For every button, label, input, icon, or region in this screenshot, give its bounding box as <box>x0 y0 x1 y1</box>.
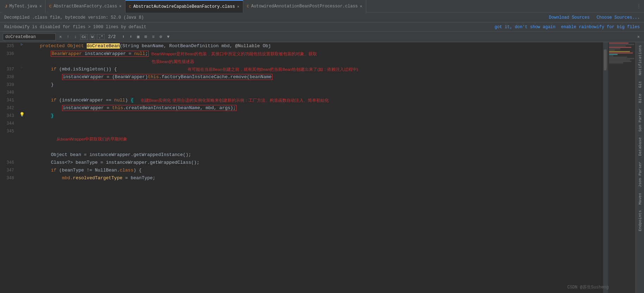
table-row: 336 BeanWrapper instanceWrapper = null; … <box>0 50 603 66</box>
bite-panel[interactable]: Bite <box>637 91 643 106</box>
close-tab-abstractautowire[interactable]: ✕ <box>237 4 239 9</box>
next-occurrence-icon[interactable]: ⬇ <box>128 33 134 40</box>
rainbow-info: Rainbowify is disabled for files > 1000 … <box>4 25 146 30</box>
json-parser-panel[interactable]: Json Parser <box>637 159 643 190</box>
table-row: 344 <box>0 120 603 127</box>
right-panels: Notifications Git Bite Son Parser Databa… <box>636 42 644 293</box>
git-panel[interactable]: Git <box>637 78 643 91</box>
line-number-344: 344 <box>0 120 18 127</box>
minimap-line <box>609 62 623 63</box>
minimap-line <box>609 51 630 52</box>
line-number-341: 341 <box>0 96 18 104</box>
minimap-line <box>609 54 618 55</box>
tab-bar: J MyTest.java ✕ C AbstractBeanFactory.cl… <box>0 0 644 13</box>
line-number-346: 346 <box>0 159 18 167</box>
line-number-340: 340 <box>0 89 18 96</box>
table-row: 346 Class<?> beanType = instanceWrapper.… <box>0 159 603 167</box>
settings-icon2[interactable]: ≡ <box>151 34 156 40</box>
close-editor-icon[interactable]: ✕ <box>636 33 641 40</box>
code-text-337: if (mbd.isSingleton()) { 有可能在当前Bean创建之前，… <box>26 66 603 73</box>
line-number-339: 339 <box>0 81 18 89</box>
endpoints-panel[interactable]: Endpoints <box>637 207 643 234</box>
minimap <box>607 42 636 293</box>
close-search-icon[interactable]: ✕ <box>58 33 63 40</box>
line-number-345: 345 <box>0 127 18 135</box>
prev-occurrence-icon[interactable]: ⬆ <box>121 33 126 40</box>
java-icon: J <box>5 4 7 8</box>
filter-icon[interactable]: ▼ <box>166 34 171 40</box>
next-search-icon[interactable]: ↓ <box>73 34 78 40</box>
code-text-348: mbd.resolvedTargetType = beanType; <box>26 174 603 182</box>
lightbulb-icon-343[interactable]: 💡 <box>19 112 25 117</box>
code-text-343: } <box>26 112 603 120</box>
more-icon[interactable]: ⚙ <box>158 33 163 40</box>
more-tabs-button[interactable]: ⋮ <box>634 4 644 9</box>
minimap-line <box>609 50 615 51</box>
minimap-line <box>609 47 631 48</box>
rainbow-actions: got it, don't show again enable rainbowi… <box>495 25 640 30</box>
code-container: 335 ▷ protected Object doCreateBean(Stri… <box>0 42 603 293</box>
minimap-line <box>609 52 633 54</box>
csdn-watermark: CSDN @苏生Susheng <box>567 284 609 290</box>
line-number-348: 348 <box>0 174 18 182</box>
table-row: 338 instanceWrapper = (BeanWrapper)this.… <box>0 73 603 81</box>
tab-abstractautowire[interactable]: C AbstractAutowireCapableBeanFactory.cla… <box>125 0 243 13</box>
code-text-335: protected Object doCreateBean(String bea… <box>26 42 603 50</box>
enable-rainbow-link[interactable]: enable rainbowify for big files <box>561 25 640 30</box>
annotation-345-top: 从beanWrapper中获取我们的早期对象 <box>56 137 127 141</box>
search-input[interactable] <box>3 33 56 40</box>
line-number-342: 342 <box>0 104 18 112</box>
son-parser-panel[interactable]: Son Parser <box>637 106 643 135</box>
line-number-336: 336 <box>0 50 18 58</box>
editor-area: 335 ▷ protected Object doCreateBean(Stri… <box>0 42 644 293</box>
code-text-347: if (beanType != NullBean.class) { <box>26 167 603 174</box>
split-icon[interactable]: ⊞ <box>143 33 148 40</box>
bookmark-icon-337: ▷ <box>21 66 23 69</box>
code-text-339: } <box>26 81 603 89</box>
tab-label-autowired: AutowiredAnnotationBeanPostProcessor.cla… <box>251 4 358 9</box>
table-row: 339 } <box>0 81 603 89</box>
line-number-343: 343 <box>0 112 18 120</box>
notifications-panel[interactable]: Notifications <box>637 42 643 78</box>
download-sources-link[interactable]: Download Sources <box>549 15 589 20</box>
code-text-341: if (instanceWrapper == null) { 创建Bean实例化… <box>26 96 603 104</box>
gotit-link[interactable]: got it, don't show again <box>495 25 556 30</box>
minimap-line <box>609 48 620 49</box>
bookmark-icon-335: ▷ <box>21 42 23 46</box>
match-case-icon[interactable]: Cc <box>80 34 88 40</box>
table-row: 345 从beanWrapper中获取我们的早期对象 Object bean =… <box>0 127 603 159</box>
tab-abstractbeanfactory[interactable]: C AbstractBeanFactory.class ✕ <box>45 0 125 13</box>
close-tab-autowired[interactable]: ✕ <box>360 4 362 8</box>
regex-icon[interactable]: .* <box>97 34 104 40</box>
table-row: 347 if (beanType != NullBean.class) { <box>0 167 603 174</box>
info-bar: Decompiled .class file, bytecode version… <box>0 13 644 23</box>
tab-label-mytestjava: MyTest.java <box>10 4 37 9</box>
match-word-icon[interactable]: W <box>90 34 95 40</box>
annotation-341: 创建Bean实例化 使用合适的实例化策略来创建新的示例：工厂方法、构造函数自动注… <box>141 96 329 104</box>
line-number-347: 347 <box>0 167 18 174</box>
minimap-line <box>609 45 626 46</box>
toolbar-bar: ✕ ↑ ↓ Cc W .* 2/2 ⬆ ⬇ ▣ ⊞ ≡ ⚙ ▼ ✕ <box>0 32 644 42</box>
info-bar-right: Download Sources Choose Sources... <box>549 15 640 20</box>
table-row: 340 <box>0 89 603 96</box>
table-row: 343 💡 } <box>0 112 603 120</box>
prev-search-icon[interactable]: ↑ <box>65 34 70 40</box>
choose-sources-link[interactable]: Choose Sources... <box>597 15 640 20</box>
annotation-337: 有可能在当前Bean创建之前，就有其他Bean把当前Bean给创建出来了(如：依… <box>188 66 358 73</box>
annotation-336: BeanWrapper是对Bean的包装，其接口中所定义的功能包括设置获取被包装… <box>152 50 317 66</box>
scrollbar[interactable] <box>603 42 607 293</box>
layout-icon[interactable]: ▣ <box>136 33 141 40</box>
table-row: 342 instanceWrapper = this.createBeanIns… <box>0 104 603 112</box>
tab-mytestjava[interactable]: J MyTest.java ✕ <box>1 0 45 13</box>
close-tab-mytestjava[interactable]: ✕ <box>39 4 42 8</box>
minimap-line <box>609 60 630 61</box>
tab-autowired[interactable]: C AutowiredAnnotationBeanPostProcessor.c… <box>243 0 366 13</box>
class-icon-1: C <box>49 4 51 8</box>
line-number-337: 337 <box>0 66 18 73</box>
maven-panel[interactable]: Maven <box>637 190 643 207</box>
decompiled-info: Decompiled .class file, bytecode version… <box>4 15 144 20</box>
database-panel[interactable]: Database <box>637 135 643 159</box>
code-text-342: instanceWrapper = this.createBeanInstanc… <box>26 104 603 112</box>
close-tab-abstractbeanfactory[interactable]: ✕ <box>119 4 122 8</box>
scrollbar-thumb[interactable] <box>604 49 607 70</box>
